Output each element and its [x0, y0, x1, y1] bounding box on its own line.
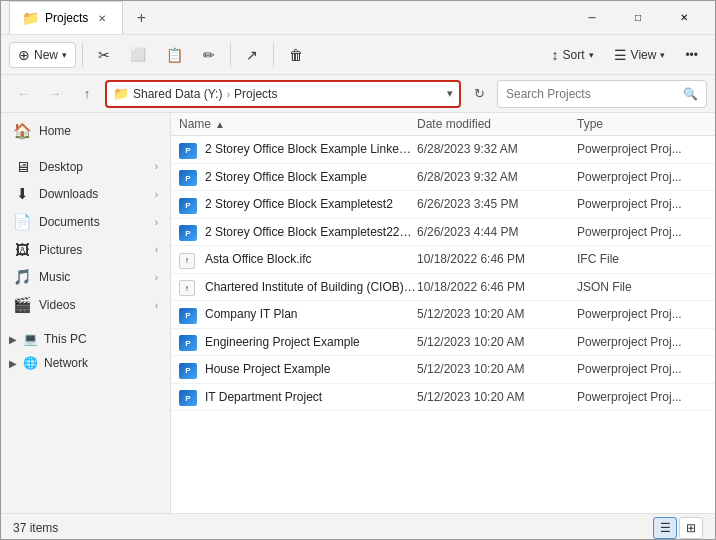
file-icon: P	[179, 140, 199, 159]
sidebar-this-pc-label: This PC	[44, 332, 87, 346]
tab-title: Projects	[45, 11, 88, 25]
network-icon: 🌐	[23, 356, 38, 370]
sidebar-group-network[interactable]: ▶ 🌐 Network	[1, 351, 170, 375]
downloads-icon: ⬇	[13, 185, 31, 203]
forward-button[interactable]: →	[41, 80, 69, 108]
search-icon: 🔍	[683, 87, 698, 101]
tab-area: 📁 Projects ✕ +	[9, 1, 569, 34]
file-list: P2 Storey Office Block Example Linked Mo…	[171, 136, 715, 513]
toolbar-separator-2	[230, 43, 231, 67]
back-button[interactable]: ←	[9, 80, 37, 108]
column-date[interactable]: Date modified	[417, 117, 577, 131]
file-name: House Project Example	[205, 362, 417, 376]
file-type: Powerproject Proj...	[577, 170, 707, 184]
table-row[interactable]: P2 Storey Office Block Example6/28/2023 …	[171, 164, 715, 192]
close-button[interactable]: ✕	[661, 1, 707, 35]
paste-button[interactable]: 📋	[157, 42, 192, 68]
table-row[interactable]: P2 Storey Office Block Exampletest26/26/…	[171, 191, 715, 219]
file-type: Powerproject Proj...	[577, 307, 707, 321]
table-row[interactable]: fChartered Institute of Building (CIOB) …	[171, 274, 715, 302]
breadcrumb-current-folder: Projects	[234, 87, 277, 101]
table-row[interactable]: PHouse Project Example5/12/2023 10:20 AM…	[171, 356, 715, 384]
delete-button[interactable]: 🗑	[280, 42, 312, 68]
file-icon: f	[179, 278, 199, 297]
share-icon: ↗	[246, 47, 258, 63]
sort-button[interactable]: ↕ Sort ▾	[543, 42, 603, 68]
sort-arrow-icon: ▲	[215, 119, 225, 130]
address-bar: ← → ↑ 📁 Shared Data (Y:) › Projects ▾ ↻ …	[1, 75, 715, 113]
file-type: Powerproject Proj...	[577, 197, 707, 211]
search-input[interactable]	[506, 87, 679, 101]
window-controls: ─ □ ✕	[569, 1, 707, 35]
sidebar-videos-label: Videos	[39, 298, 75, 312]
share-button[interactable]: ↗	[237, 42, 267, 68]
sidebar-videos-arrow: ›	[155, 300, 158, 311]
tab-close-button[interactable]: ✕	[94, 10, 110, 26]
cut-button[interactable]: ✂	[89, 42, 119, 68]
file-icon: f	[179, 250, 199, 269]
file-type: Powerproject Proj...	[577, 142, 707, 156]
tab-projects[interactable]: 📁 Projects ✕	[9, 1, 123, 34]
sidebar-item-desktop[interactable]: 🖥 Desktop ›	[1, 153, 170, 180]
file-name: 2 Storey Office Block Example Linked Mo.…	[205, 142, 417, 156]
refresh-button[interactable]: ↻	[465, 80, 493, 108]
maximize-button[interactable]: □	[615, 1, 661, 35]
minimize-button[interactable]: ─	[569, 1, 615, 35]
file-date: 5/12/2023 10:20 AM	[417, 362, 577, 376]
pictures-icon: 🖼	[13, 241, 31, 258]
table-row[interactable]: P2 Storey Office Block Example Linked Mo…	[171, 136, 715, 164]
main-area: 🏠 Home 🖥 Desktop › ⬇ Downloads › 📄 Docum…	[1, 113, 715, 513]
breadcrumb-dropdown-icon: ▾	[447, 87, 453, 100]
new-icon: ⊕	[18, 47, 30, 63]
new-tab-button[interactable]: +	[127, 4, 155, 32]
breadcrumb-shared-data: Shared Data (Y:)	[133, 87, 222, 101]
file-name: IT Department Project	[205, 390, 417, 404]
details-view-button[interactable]: ⊞	[679, 517, 703, 539]
table-row[interactable]: PEngineering Project Example5/12/2023 10…	[171, 329, 715, 357]
list-view-button[interactable]: ☰	[653, 517, 677, 539]
column-name[interactable]: Name ▲	[179, 117, 417, 131]
file-icon: P	[179, 388, 199, 407]
new-button[interactable]: ⊕ New ▾	[9, 42, 76, 68]
sidebar-item-documents[interactable]: 📄 Documents ›	[1, 208, 170, 236]
view-button[interactable]: ☰ View ▾	[605, 42, 675, 68]
item-count: 37 items	[13, 521, 58, 535]
status-bar: 37 items ☰ ⊞	[1, 513, 715, 540]
sidebar-item-music[interactable]: 🎵 Music ›	[1, 263, 170, 291]
this-pc-icon: 💻	[23, 332, 38, 346]
view-dropdown-icon: ▾	[660, 50, 665, 60]
sidebar-group-this-pc[interactable]: ▶ 💻 This PC	[1, 327, 170, 351]
breadcrumb-separator: ›	[226, 88, 230, 100]
sidebar-documents-label: Documents	[39, 215, 100, 229]
sidebar-item-downloads[interactable]: ⬇ Downloads ›	[1, 180, 170, 208]
up-button[interactable]: ↑	[73, 80, 101, 108]
home-icon: 🏠	[13, 122, 31, 140]
rename-button[interactable]: ✏	[194, 42, 224, 68]
sidebar-item-home[interactable]: 🏠 Home	[1, 117, 170, 145]
table-row[interactable]: fAsta Office Block.ifc10/18/2022 6:46 PM…	[171, 246, 715, 274]
file-date: 6/26/2023 3:45 PM	[417, 197, 577, 211]
breadcrumb-folder-icon: 📁	[113, 86, 129, 101]
sidebar-downloads-arrow: ›	[155, 189, 158, 200]
file-date: 6/26/2023 4:44 PM	[417, 225, 577, 239]
table-row[interactable]: PCompany IT Plan5/12/2023 10:20 AMPowerp…	[171, 301, 715, 329]
file-date: 6/28/2023 9:32 AM	[417, 170, 577, 184]
file-icon: P	[179, 195, 199, 214]
toolbar-separator-1	[82, 43, 83, 67]
file-type: IFC File	[577, 252, 707, 266]
sort-dropdown-icon: ▾	[589, 50, 594, 60]
sidebar-item-pictures[interactable]: 🖼 Pictures ›	[1, 236, 170, 263]
table-row[interactable]: PIT Department Project5/12/2023 10:20 AM…	[171, 384, 715, 412]
file-type: Powerproject Proj...	[577, 390, 707, 404]
more-button[interactable]: •••	[676, 43, 707, 67]
sidebar-documents-arrow: ›	[155, 217, 158, 228]
toolbar-separator-3	[273, 43, 274, 67]
sidebar-item-videos[interactable]: 🎬 Videos ›	[1, 291, 170, 319]
table-row[interactable]: P2 Storey Office Block Exampletest222226…	[171, 219, 715, 247]
column-type[interactable]: Type	[577, 117, 707, 131]
sidebar-pictures-label: Pictures	[39, 243, 82, 257]
rename-icon: ✏	[203, 47, 215, 63]
breadcrumb[interactable]: 📁 Shared Data (Y:) › Projects ▾	[105, 80, 461, 108]
copy-button[interactable]: ⬜	[121, 42, 155, 67]
column-date-label: Date modified	[417, 117, 491, 131]
